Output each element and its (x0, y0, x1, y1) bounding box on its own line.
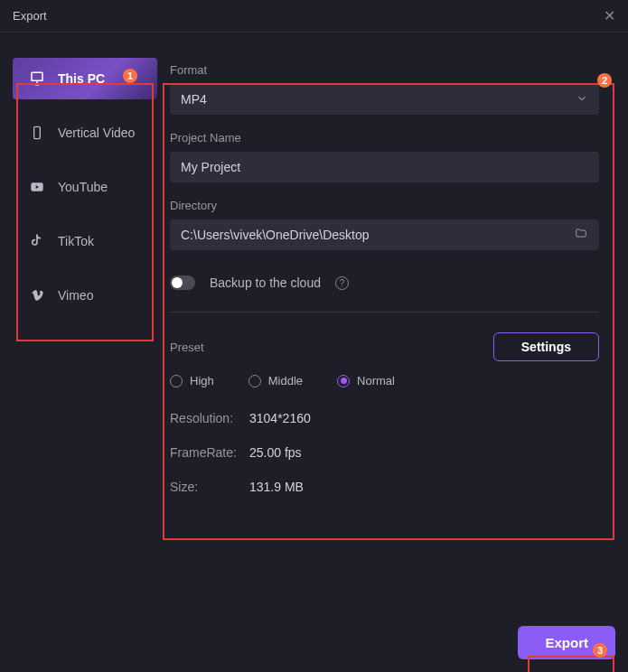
radio-icon (170, 375, 183, 387)
divider (170, 312, 599, 313)
directory-input[interactable]: C:\Users\vivek\OneDrive\Desktop (170, 219, 599, 250)
settings-button[interactable]: Settings (493, 332, 599, 361)
project-name-label: Project Name (170, 131, 599, 145)
close-button[interactable]: ✕ (604, 7, 615, 24)
preset-option-normal[interactable]: Normal (337, 374, 395, 387)
sidebar-item-vimeo[interactable]: Vimeo (13, 275, 157, 316)
project-name-input[interactable]: My Project (170, 152, 599, 182)
sidebar-item-label: This PC (58, 71, 105, 86)
sidebar-item-label: Vertical Video (58, 126, 135, 140)
sidebar-item-label: Vimeo (58, 288, 93, 303)
preset-option-high[interactable]: High (170, 374, 214, 387)
vimeo-icon (29, 287, 45, 303)
format-select[interactable]: MP4 (170, 84, 599, 115)
pc-icon (29, 70, 45, 87)
directory-label: Directory (170, 199, 599, 212)
sidebar-item-vertical-video[interactable]: Vertical Video (13, 112, 157, 154)
export-button[interactable]: Export (518, 626, 615, 659)
sidebar-item-this-pc[interactable]: This PC (13, 58, 157, 99)
phone-icon (29, 125, 45, 141)
radio-icon (337, 375, 350, 387)
youtube-icon (29, 179, 45, 195)
backup-toggle[interactable] (170, 275, 195, 290)
backup-label: Backup to the cloud (210, 275, 321, 290)
export-settings-panel: Format MP4 Project Name My Project Direc… (157, 45, 615, 672)
radio-label: High (190, 374, 214, 387)
preset-option-middle[interactable]: Middle (248, 374, 303, 387)
titlebar: Export ✕ (0, 0, 628, 33)
format-value: MP4 (181, 92, 207, 107)
browse-folder-button[interactable] (574, 227, 588, 243)
chevron-down-icon (576, 92, 588, 107)
directory-value: C:\Users\vivek\OneDrive\Desktop (181, 228, 370, 242)
resolution-value: 3104*2160 (249, 411, 311, 425)
radio-icon (248, 375, 261, 387)
size-value: 131.9 MB (249, 480, 304, 494)
window-title: Export (13, 9, 47, 23)
sidebar-item-label: YouTube (58, 180, 108, 194)
sidebar-item-tiktok[interactable]: TikTok (13, 220, 157, 262)
resolution-label: Resolution: (170, 411, 249, 425)
svg-rect-0 (32, 72, 42, 80)
framerate-label: FrameRate: (170, 445, 249, 460)
radio-label: Middle (268, 374, 303, 387)
project-name-value: My Project (181, 160, 240, 174)
svg-rect-1 (34, 126, 41, 138)
radio-label: Normal (357, 374, 395, 387)
framerate-value: 25.00 fps (249, 445, 302, 460)
export-sidebar: This PC Vertical Video YouTube TikTok (13, 45, 157, 672)
sidebar-item-label: TikTok (58, 234, 94, 248)
preset-label: Preset (170, 341, 204, 354)
format-label: Format (170, 63, 599, 77)
sidebar-item-youtube[interactable]: YouTube (13, 166, 157, 208)
preset-radio-group: High Middle Normal (170, 374, 599, 387)
tiktok-icon (29, 233, 45, 249)
size-label: Size: (170, 480, 249, 494)
help-icon[interactable]: ? (335, 276, 349, 290)
